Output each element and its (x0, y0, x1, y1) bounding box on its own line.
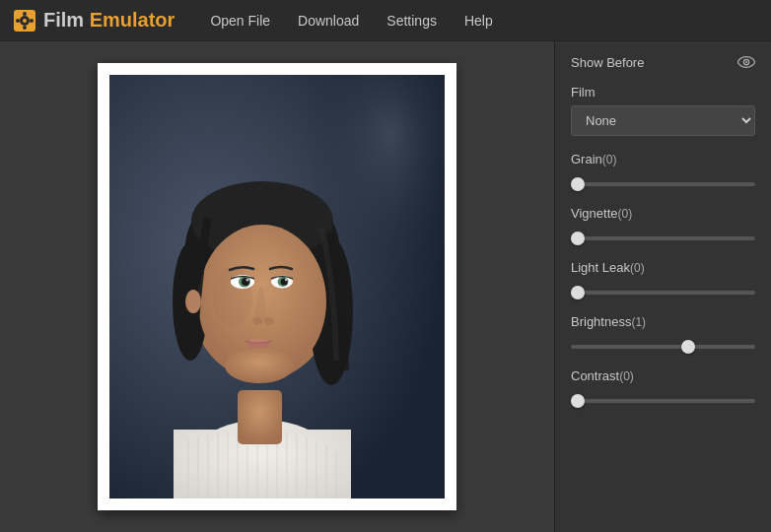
svg-point-49 (745, 61, 747, 63)
grain-slider[interactable] (571, 182, 755, 186)
svg-point-38 (246, 279, 249, 282)
svg-rect-27 (238, 390, 282, 444)
svg-point-46 (185, 290, 201, 313)
image-canvas (0, 41, 554, 532)
svg-point-2 (23, 19, 27, 23)
svg-point-3 (23, 12, 27, 16)
film-reel-icon (12, 8, 37, 33)
film-section: Film None Kodak Portra 400 Fuji Velvia 5… (571, 85, 755, 152)
show-before-label: Show Before (571, 55, 644, 70)
nav-download[interactable]: Download (286, 7, 371, 34)
grain-label: Grain(0) (571, 152, 755, 166)
film-label: Film (571, 85, 755, 100)
svg-point-4 (23, 26, 27, 30)
contrast-label: Contrast(0) (571, 368, 755, 383)
brightness-section: Brightness(1) (571, 314, 755, 353)
contrast-slider[interactable] (571, 399, 755, 403)
svg-rect-47 (267, 75, 445, 370)
main-nav: Open File Download Settings Help (198, 7, 504, 34)
grain-section: Grain(0) (571, 152, 755, 190)
eye-icon[interactable] (737, 53, 755, 71)
light-leak-label: Light Leak(0) (571, 260, 755, 275)
main-content: Show Before Film None Kodak Portra 400 F… (0, 41, 771, 532)
vignette-slider[interactable] (571, 236, 755, 240)
svg-point-6 (30, 19, 34, 23)
photo-frame (98, 63, 456, 510)
nav-settings[interactable]: Settings (375, 7, 449, 34)
svg-point-5 (16, 19, 20, 23)
nav-open-file[interactable]: Open File (198, 7, 282, 34)
app-header: Film Emulator Open File Download Setting… (0, 0, 771, 41)
contrast-section: Contrast(0) (571, 368, 755, 407)
portrait-image (109, 75, 445, 499)
controls-panel: Show Before Film None Kodak Portra 400 F… (554, 41, 771, 532)
light-leak-slider[interactable] (571, 291, 755, 295)
vignette-section: Vignette(0) (571, 206, 755, 244)
photo-display (109, 75, 445, 499)
show-before-row: Show Before (571, 53, 755, 71)
brightness-slider[interactable] (571, 345, 755, 349)
app-name: Film Emulator (43, 9, 175, 32)
svg-point-43 (252, 317, 262, 325)
film-select[interactable]: None Kodak Portra 400 Fuji Velvia 50 Ilf… (571, 105, 755, 136)
nav-help[interactable]: Help (453, 7, 505, 34)
app-logo: Film Emulator (12, 8, 175, 33)
brightness-label: Brightness(1) (571, 314, 755, 329)
light-leak-section: Light Leak(0) (571, 260, 755, 299)
vignette-label: Vignette(0) (571, 206, 755, 221)
